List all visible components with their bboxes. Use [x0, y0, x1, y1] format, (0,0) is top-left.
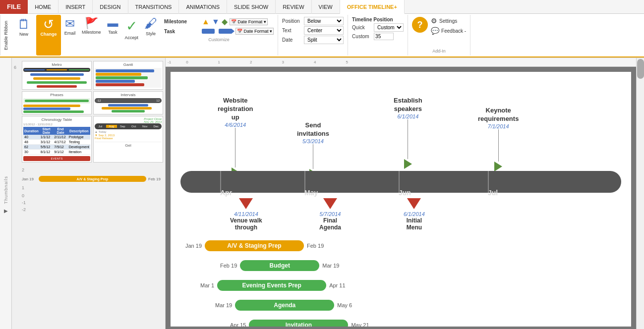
template-flat[interactable]: Project CloseNov 29, 2013 Jul Aug Sep Oc…	[93, 116, 163, 163]
template-chronology[interactable]: Chronology Table 1/1/2012 - 12/31/2012 D…	[22, 116, 92, 163]
milestone-label: Milestone	[82, 30, 101, 35]
milestone-agenda-below: 5/7/2014 FinalAgenda	[319, 198, 341, 231]
expand-arrow[interactable]: ▶	[4, 208, 8, 214]
tab-animations[interactable]: ANIMATIONS	[179, 0, 227, 14]
change-button[interactable]: ↺ Change	[36, 15, 61, 55]
template-metro-title: Metro	[23, 62, 90, 67]
task-shapes-row: Task 📅 Date Format ▾	[164, 28, 274, 35]
tab-insert[interactable]: INSERT	[59, 0, 93, 14]
template-gantt[interactable]: Gantt	[93, 61, 163, 90]
slide-num-0: 0	[22, 193, 24, 198]
milestone-date-format[interactable]: 📅 Date Format ▾	[230, 18, 268, 25]
tab-view[interactable]: VIEW	[312, 0, 340, 14]
template-phases-title: Phases	[23, 93, 90, 97]
jul-label: Jul	[488, 189, 498, 197]
tab-bar: FILE HOME INSERT DESIGN TRANSITIONS ANIM…	[0, 0, 644, 14]
text-select[interactable]: Center	[304, 26, 344, 35]
template-metro[interactable]: Metro	[22, 61, 92, 90]
scroll-thumb[interactable]	[637, 59, 644, 79]
milestone-website-text: Websiteregistrationup	[218, 97, 253, 122]
milestone-agenda-text: FinalAgenda	[319, 217, 341, 231]
custom-label: Custom	[352, 34, 372, 39]
thumb-task-1: Jan 19 A/V & Staging Prep Feb 19	[22, 176, 163, 182]
task-agenda-end: May 6	[337, 302, 352, 308]
thumb-task-1-start: Jan 19	[22, 177, 37, 181]
slide-num-1: 1	[22, 185, 24, 190]
position-select[interactable]: Below	[304, 17, 344, 25]
thumbnail-toggle: Thumbnails ▶	[0, 58, 12, 329]
milestone-venue-date: 4/11/2014	[234, 211, 258, 217]
milestone-button[interactable]: 🚩 Milestone	[79, 15, 104, 55]
task-budget-end: Mar 19	[322, 263, 339, 269]
milestone-agenda-triangle	[323, 198, 337, 209]
flat-today: ▲ Today	[95, 130, 162, 133]
settings-label: Settings	[439, 18, 457, 24]
change-icon: ↺	[43, 18, 54, 31]
slide-num-m1: -1	[22, 200, 26, 205]
tab-slideshow[interactable]: SLIDE SHOW	[227, 0, 276, 14]
tab-list: HOME INSERT DESIGN TRANSITIONS ANIMATION…	[28, 0, 644, 14]
tab-office-plus[interactable]: OFFICE TIMELINE+	[340, 0, 405, 14]
custom-input[interactable]	[374, 33, 394, 40]
slide-num-6: 6	[14, 65, 22, 70]
task-evening-label: Evening Events Prep	[242, 282, 301, 289]
milestone-menu-triangle	[407, 198, 421, 209]
milestone-icon: 🚩	[85, 18, 98, 29]
tab-transitions[interactable]: TRANSITIONS	[128, 0, 179, 14]
tab-design[interactable]: DESIGN	[93, 0, 128, 14]
milestone-invitations-text: Sendinvitations	[297, 121, 329, 138]
feedback-button[interactable]: 💬 Feedback -	[431, 27, 466, 35]
slide-canvas[interactable]: Apr May Jun Jul 2014 Websiteregistration…	[171, 72, 631, 327]
task-shape-1[interactable]	[202, 29, 215, 34]
milestone-shape-2[interactable]: ▼	[212, 17, 220, 26]
task-button[interactable]: ▬ Task	[104, 15, 122, 55]
file-tab[interactable]: FILE	[0, 0, 28, 14]
milestone-task-section: Milestone ▲ ▼ ◆ 📅 Date Format ▾ Task	[160, 15, 278, 55]
task-evening-bar: Evening Events Prep	[217, 280, 326, 291]
may-label: May	[304, 189, 318, 197]
task-invitation-bar: Invitation	[249, 320, 348, 327]
ruler-mark-1: 1	[218, 60, 220, 64]
milestone-speakers-date: 6/1/2014	[397, 113, 418, 119]
task-invitation-end: May 21	[351, 322, 369, 327]
thumb-task-1-bar: A/V & Staging Prep	[39, 176, 146, 182]
ruler-mark-neg1: -1	[168, 60, 171, 64]
new-button[interactable]: 🗒 New	[11, 15, 36, 55]
settings-button[interactable]: ⚙ Settings	[431, 17, 466, 25]
milestone-keynote: Keynoterequirements 7/1/2014	[478, 107, 519, 171]
task-shape-2[interactable]	[219, 29, 232, 34]
tab-home[interactable]: HOME	[28, 0, 59, 14]
date-select[interactable]: Split	[304, 36, 344, 44]
milestone-menu-date: 6/1/2014	[404, 211, 425, 217]
ruler-mark-0: 0	[186, 60, 188, 64]
timeline-bar-area: Apr May Jun Jul 2014	[171, 171, 631, 196]
template-intervals[interactable]: Intervals -12 12	[93, 91, 163, 114]
task-agenda: Mar 19 Agenda May 6	[215, 300, 352, 311]
milestone-shape-3[interactable]: ◆	[222, 17, 228, 26]
task-icon: ▬	[108, 18, 118, 29]
style-label: Style	[146, 31, 156, 36]
email-button[interactable]: ✉ Email	[61, 15, 79, 55]
task-av: Jan 19 A/V & Staging Prep Feb 19	[185, 240, 324, 251]
template-phases[interactable]: Phases	[22, 91, 92, 114]
milestone-venue-triangle	[239, 198, 253, 209]
milestone-keynote-flag	[494, 162, 502, 171]
style-button[interactable]: 🖌 Style	[141, 15, 160, 55]
slide-num-row-m2: -2	[14, 206, 163, 213]
quick-select[interactable]: Custom	[374, 23, 404, 32]
milestone-keynote-line	[498, 129, 499, 162]
milestone-venue: 4/11/2014 Venue walkthrough	[230, 198, 262, 231]
task-agenda-label: Agenda	[274, 302, 295, 309]
task-evening: Mar 1 Evening Events Prep Apr 11	[200, 280, 346, 291]
thumbnails-label: Thumbnails	[3, 176, 8, 204]
milestone-shape-1[interactable]: ▲	[202, 17, 210, 26]
task-date-format[interactable]: 📅 Date Format ▾	[235, 28, 274, 35]
tab-review[interactable]: REVIEW	[276, 0, 311, 14]
enable-ribbon-button[interactable]: Enable Ribbon	[0, 15, 11, 55]
help-button[interactable]: ?	[412, 17, 428, 33]
accept-button[interactable]: ✓ Accept	[122, 15, 142, 55]
quick-row: Quick Custom	[352, 23, 404, 32]
template-grid: Metro	[22, 61, 163, 163]
right-scrollbar[interactable]	[636, 58, 644, 329]
date-row: Date Split	[282, 36, 344, 44]
